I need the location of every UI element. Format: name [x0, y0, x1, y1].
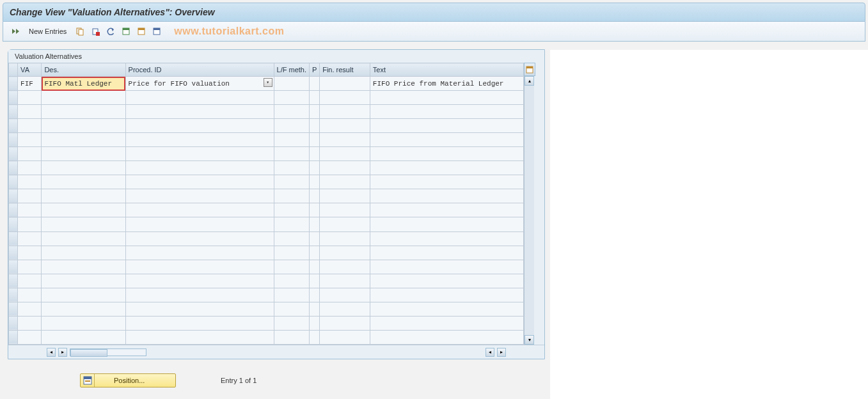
- row-selector[interactable]: [9, 217, 18, 231]
- grid-header-row: VA Des. Proced. ID L/F meth. P Fin. resu…: [9, 63, 524, 77]
- hscroll-track[interactable]: [70, 348, 146, 356]
- row-selector[interactable]: [9, 231, 18, 246]
- svg-rect-1: [79, 29, 83, 35]
- scroll-up-icon[interactable]: ▴: [525, 76, 534, 86]
- hscroll-left-first-icon[interactable]: ◂: [47, 348, 56, 357]
- svg-rect-11: [526, 66, 533, 68]
- position-label: Position...: [114, 377, 145, 384]
- row-selector[interactable]: [9, 260, 18, 274]
- table-row[interactable]: [9, 260, 524, 274]
- svg-rect-9: [154, 28, 160, 30]
- row-selector[interactable]: [9, 189, 18, 203]
- corner-cell[interactable]: [9, 63, 18, 77]
- cell-proced-id[interactable]: Price for FIFO valuation ▾: [125, 77, 274, 91]
- cell-des-active[interactable]: FIFO Matl Ledger: [42, 77, 125, 91]
- row-selector[interactable]: [9, 288, 18, 302]
- col-header-va[interactable]: VA: [18, 63, 42, 77]
- table-row[interactable]: [9, 91, 524, 105]
- valuation-alternatives-panel: Valuation Alternatives VA Des. Proced. I…: [8, 49, 545, 359]
- svg-rect-3: [96, 32, 100, 36]
- footer: Position... Entry 1 of 1: [80, 373, 256, 387]
- svg-rect-14: [85, 380, 90, 382]
- svg-rect-7: [138, 28, 145, 30]
- table-row[interactable]: [9, 246, 524, 260]
- table-row[interactable]: [9, 175, 524, 189]
- toolbar: New Entries www.tutorialkart.com: [3, 22, 865, 42]
- table-row[interactable]: FIF FIFO Matl Ledger Price for FIFO valu…: [9, 77, 524, 91]
- hscroll-thumb[interactable]: [70, 349, 107, 357]
- toggle-icon[interactable]: [10, 26, 21, 37]
- page-title-text: Change View "Valuation Alternatives": Ov…: [10, 7, 215, 17]
- table-row[interactable]: [9, 203, 524, 217]
- new-entries-button[interactable]: New Entries: [25, 27, 70, 35]
- scroll-track[interactable]: [525, 86, 534, 335]
- col-header-text[interactable]: Text: [370, 63, 523, 77]
- table-row[interactable]: [9, 119, 524, 133]
- row-selector[interactable]: [9, 161, 18, 175]
- row-selector[interactable]: [9, 105, 18, 119]
- watermark: www.tutorialkart.com: [174, 26, 284, 37]
- row-selector[interactable]: [9, 246, 18, 260]
- row-selector[interactable]: [9, 274, 18, 288]
- table-row[interactable]: [9, 161, 524, 175]
- delete-icon[interactable]: [90, 26, 101, 37]
- dropdown-icon[interactable]: ▾: [264, 78, 272, 87]
- table-row[interactable]: [9, 217, 524, 231]
- empty-area: [550, 50, 868, 399]
- row-selector[interactable]: [9, 91, 18, 105]
- table-row[interactable]: [9, 316, 524, 330]
- row-selector[interactable]: [9, 133, 18, 147]
- hscroll-right-icon[interactable]: ◂: [485, 348, 494, 357]
- hscroll-right-last-icon[interactable]: ▸: [497, 348, 506, 357]
- position-icon: [81, 374, 95, 387]
- horizontal-scrollbar: ◂ ▸ ◂ ▸: [8, 345, 544, 359]
- col-header-fin-result[interactable]: Fin. result: [320, 63, 370, 77]
- select-block-icon[interactable]: [136, 26, 147, 37]
- cell-lf-meth[interactable]: [274, 77, 309, 91]
- scroll-down-icon[interactable]: ▾: [525, 335, 534, 345]
- col-header-des[interactable]: Des.: [42, 63, 125, 77]
- configure-columns-icon[interactable]: [524, 63, 535, 76]
- cell-fin-result[interactable]: [320, 77, 370, 91]
- svg-rect-5: [123, 28, 129, 30]
- table-row[interactable]: [9, 189, 524, 203]
- col-header-proced-id[interactable]: Proced. ID: [125, 63, 274, 77]
- cell-p[interactable]: [310, 77, 320, 91]
- row-selector[interactable]: [9, 316, 18, 330]
- select-all-icon[interactable]: [120, 26, 132, 37]
- cell-text[interactable]: FIFO Price from Material Ledger: [370, 77, 523, 91]
- cell-va[interactable]: FIF: [18, 77, 42, 91]
- table-row[interactable]: [9, 274, 524, 288]
- page-title: Change View "Valuation Alternatives": Ov…: [3, 3, 865, 22]
- table-row[interactable]: [9, 147, 524, 161]
- svg-rect-13: [84, 377, 91, 379]
- row-selector[interactable]: [9, 330, 18, 344]
- data-grid: VA Des. Proced. ID L/F meth. P Fin. resu…: [8, 63, 524, 345]
- row-selector[interactable]: [9, 302, 18, 316]
- table-row[interactable]: [9, 231, 524, 246]
- table-row[interactable]: [9, 133, 524, 147]
- vertical-scrollbar[interactable]: ▴ ▾: [524, 76, 534, 345]
- undo-icon[interactable]: [105, 26, 116, 37]
- row-selector[interactable]: [9, 147, 18, 161]
- copy-icon[interactable]: [74, 26, 86, 37]
- row-selector[interactable]: [9, 203, 18, 217]
- panel-title: Valuation Alternatives: [8, 50, 544, 63]
- row-selector[interactable]: [9, 77, 18, 91]
- table-row[interactable]: [9, 330, 524, 344]
- position-button[interactable]: Position...: [80, 373, 176, 387]
- deselect-all-icon[interactable]: [151, 26, 162, 37]
- row-selector[interactable]: [9, 119, 18, 133]
- row-selector[interactable]: [9, 175, 18, 189]
- entry-count-text: Entry 1 of 1: [221, 377, 256, 384]
- col-header-p[interactable]: P: [310, 63, 320, 77]
- table-row[interactable]: [9, 302, 524, 316]
- hscroll-left-icon[interactable]: ▸: [58, 348, 67, 357]
- col-header-lf-meth[interactable]: L/F meth.: [274, 63, 309, 77]
- table-row[interactable]: [9, 105, 524, 119]
- table-row[interactable]: [9, 288, 524, 302]
